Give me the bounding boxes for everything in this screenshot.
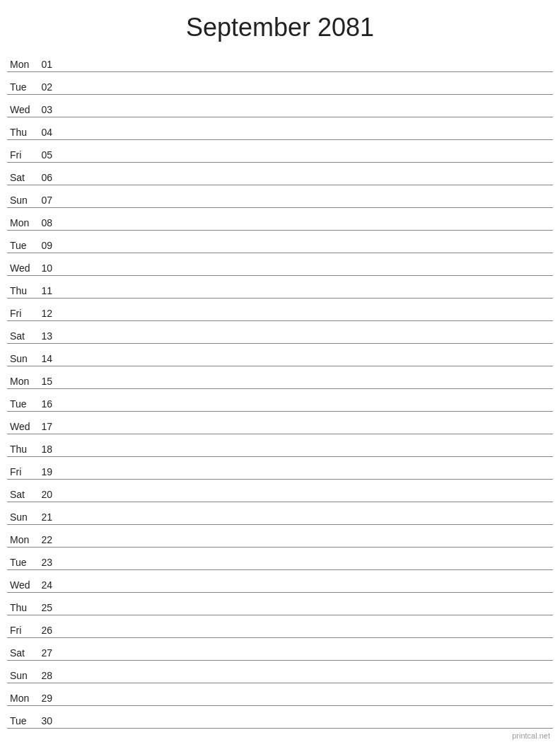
- day-name: Fri: [7, 466, 35, 477]
- calendar-row: Tue09: [7, 231, 553, 253]
- calendar-row: Wed03: [7, 95, 553, 117]
- calendar-row: Thu18: [7, 434, 553, 457]
- day-name: Tue: [7, 81, 35, 93]
- calendar-row: Wed17: [7, 412, 553, 434]
- day-number: 24: [35, 579, 55, 591]
- day-name: Sat: [7, 330, 35, 342]
- day-number: 25: [35, 602, 55, 613]
- day-name: Sun: [7, 511, 35, 523]
- calendar-row: Tue23: [7, 548, 553, 570]
- calendar-row: Sun14: [7, 344, 553, 366]
- day-name: Thu: [7, 285, 35, 296]
- day-number: 01: [35, 59, 55, 70]
- calendar-row: Mon01: [7, 50, 553, 72]
- day-name: Thu: [7, 444, 35, 455]
- calendar-row: Thu11: [7, 276, 553, 299]
- day-name: Wed: [7, 104, 35, 115]
- day-name: Fri: [7, 625, 35, 636]
- watermark: printcal.net: [512, 731, 550, 740]
- calendar-row: Wed24: [7, 570, 553, 593]
- day-number: 05: [35, 149, 55, 161]
- calendar-row: Mon29: [7, 683, 553, 706]
- day-number: 13: [35, 330, 55, 342]
- day-number: 20: [35, 489, 55, 500]
- day-name: Thu: [7, 602, 35, 613]
- day-name: Tue: [7, 398, 35, 410]
- calendar-row: Mon22: [7, 525, 553, 548]
- day-number: 19: [35, 466, 55, 477]
- day-name: Wed: [7, 262, 35, 274]
- day-name: Mon: [7, 693, 35, 704]
- calendar-row: Fri05: [7, 140, 553, 163]
- day-number: 22: [35, 534, 55, 545]
- day-name: Wed: [7, 579, 35, 591]
- calendar-row: Thu04: [7, 117, 553, 140]
- calendar-row: Wed10: [7, 253, 553, 276]
- day-name: Tue: [7, 715, 35, 726]
- day-number: 12: [35, 308, 55, 319]
- day-number: 10: [35, 262, 55, 274]
- day-number: 14: [35, 353, 55, 364]
- calendar-row: Fri26: [7, 615, 553, 638]
- day-number: 08: [35, 217, 55, 228]
- day-number: 03: [35, 104, 55, 115]
- day-number: 17: [35, 421, 55, 432]
- calendar-row: Sun07: [7, 185, 553, 208]
- day-number: 02: [35, 81, 55, 93]
- day-name: Sun: [7, 195, 35, 206]
- day-number: 06: [35, 172, 55, 183]
- day-name: Sat: [7, 647, 35, 659]
- calendar-row: Fri12: [7, 299, 553, 321]
- page-title: September 2081: [0, 0, 560, 50]
- day-number: 07: [35, 195, 55, 206]
- day-number: 28: [35, 670, 55, 681]
- day-number: 21: [35, 511, 55, 523]
- day-name: Fri: [7, 149, 35, 161]
- calendar-row: Sat20: [7, 480, 553, 502]
- day-name: Sat: [7, 489, 35, 500]
- calendar-row: Fri19: [7, 457, 553, 480]
- day-number: 30: [35, 715, 55, 726]
- calendar-row: Thu25: [7, 593, 553, 615]
- day-name: Tue: [7, 240, 35, 251]
- calendar-row: Sat13: [7, 321, 553, 344]
- calendar-row: Mon08: [7, 208, 553, 231]
- calendar-row: Tue16: [7, 389, 553, 412]
- day-name: Mon: [7, 376, 35, 387]
- day-number: 04: [35, 127, 55, 138]
- calendar-row: Tue30: [7, 706, 553, 729]
- calendar-row: Sun28: [7, 661, 553, 683]
- calendar-grid: Mon01Tue02Wed03Thu04Fri05Sat06Sun07Mon08…: [0, 50, 560, 729]
- day-name: Thu: [7, 127, 35, 138]
- day-number: 11: [35, 285, 55, 296]
- day-name: Tue: [7, 557, 35, 568]
- calendar-row: Tue02: [7, 72, 553, 95]
- day-name: Mon: [7, 59, 35, 70]
- day-name: Sun: [7, 353, 35, 364]
- day-name: Mon: [7, 217, 35, 228]
- day-number: 16: [35, 398, 55, 410]
- day-name: Sun: [7, 670, 35, 681]
- calendar-row: Mon15: [7, 366, 553, 389]
- calendar-row: Sat06: [7, 163, 553, 185]
- day-number: 27: [35, 647, 55, 659]
- day-name: Sat: [7, 172, 35, 183]
- day-number: 29: [35, 693, 55, 704]
- day-number: 23: [35, 557, 55, 568]
- day-name: Wed: [7, 421, 35, 432]
- day-number: 26: [35, 625, 55, 636]
- calendar-row: Sun21: [7, 502, 553, 525]
- day-name: Fri: [7, 308, 35, 319]
- day-number: 18: [35, 444, 55, 455]
- day-number: 09: [35, 240, 55, 251]
- day-number: 15: [35, 376, 55, 387]
- day-name: Mon: [7, 534, 35, 545]
- calendar-row: Sat27: [7, 638, 553, 661]
